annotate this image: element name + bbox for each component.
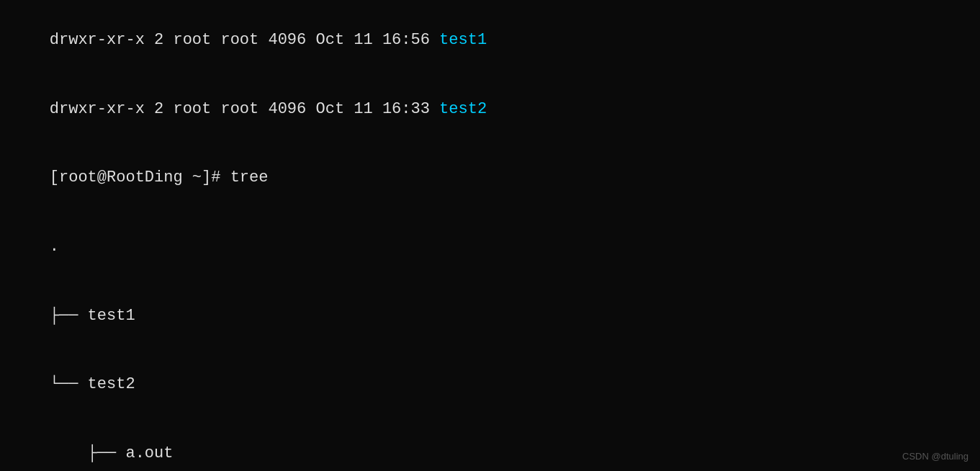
watermark: CSDN @dtuling	[902, 450, 968, 464]
dir-line-2: drwxr-xr-x 2 root root 4096 Oct 11 16:33…	[12, 75, 968, 144]
dir-perms-2: drwxr-xr-x 2 root root 4096 Oct 11 16:33	[50, 100, 439, 118]
dir-perms-1: drwxr-xr-x 2 root root 4096 Oct 11 16:56	[50, 31, 439, 49]
terminal-window: drwxr-xr-x 2 root root 4096 Oct 11 16:56…	[0, 0, 980, 471]
dir-line-1: drwxr-xr-x 2 root root 4096 Oct 11 16:56…	[12, 6, 968, 75]
tree-entry-test1: ├── test1	[12, 282, 968, 351]
dir-name-test1: test1	[439, 31, 487, 49]
tree-root-dot: .	[12, 212, 968, 282]
tree-entry-aout: ├── a.out	[12, 419, 968, 471]
dir-name-test2: test2	[439, 100, 487, 118]
prompt-text-tree: [root@RootDing ~]# tree	[50, 169, 269, 187]
tree-entry-test2: └── test2	[12, 350, 968, 419]
prompt-tree: [root@RootDing ~]# tree	[12, 143, 968, 212]
